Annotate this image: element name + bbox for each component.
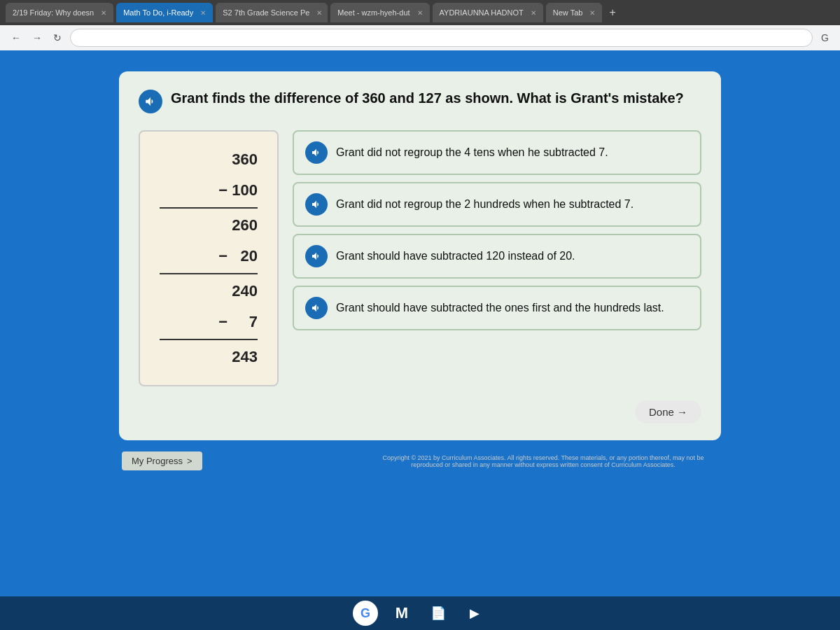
- address-bar[interactable]: [70, 29, 813, 47]
- speaker-icon: [144, 95, 157, 108]
- option-a-button[interactable]: Grant did not regroup the 4 tens when he…: [293, 130, 701, 175]
- gmail-taskbar-icon[interactable]: M: [389, 601, 414, 626]
- option-d-speaker-button[interactable]: [305, 297, 328, 319]
- tab-science[interactable]: S2 7th Grade Science Pe ✕: [216, 3, 328, 22]
- option-a-speaker-button[interactable]: [305, 141, 328, 164]
- option-c-speaker-button[interactable]: [305, 245, 328, 267]
- tab-close-icon[interactable]: ✕: [589, 9, 595, 17]
- option-d-button[interactable]: Grant should have subtracted the ones fi…: [293, 286, 701, 330]
- question-speaker-button[interactable]: [139, 90, 162, 113]
- footer-area: My Progress > Copyright © 2021 by Curric…: [119, 451, 721, 470]
- option-b-speaker-button[interactable]: [305, 193, 328, 216]
- math-work-box: 360 − 100 260 − 20 240 − 7 243: [139, 130, 279, 386]
- tab-label: 2/19 Friday: Why doesn: [13, 8, 94, 17]
- speaker-icon: [311, 147, 322, 158]
- done-area: Done →: [139, 400, 701, 424]
- question-card: Grant finds the difference of 360 and 12…: [119, 71, 721, 440]
- tab-label: Math To Do, i-Ready: [123, 8, 193, 17]
- browser-tabs-bar: 2/19 Friday: Why doesn ✕ Math To Do, i-R…: [0, 0, 840, 25]
- tab-close-icon[interactable]: ✕: [200, 9, 206, 17]
- tab-math[interactable]: Math To Do, i-Ready ✕: [116, 3, 213, 22]
- my-progress-button[interactable]: My Progress >: [122, 451, 202, 470]
- tab-aydriaunna[interactable]: AYDRIAUNNA HADNOT ✕: [433, 3, 543, 22]
- option-c-button[interactable]: Grant should have subtracted 120 instead…: [293, 234, 701, 279]
- math-line-243: 243: [160, 342, 258, 372]
- math-line-20: − 20: [160, 241, 258, 274]
- option-b-button[interactable]: Grant did not regroup the 2 hundreds whe…: [293, 182, 701, 227]
- option-d-text: Grant should have subtracted the ones fi…: [336, 300, 664, 316]
- google-account-icon[interactable]: G: [818, 31, 832, 45]
- options-column: Grant did not regroup the 4 tens when he…: [293, 130, 701, 330]
- google-taskbar-icon[interactable]: G: [353, 601, 378, 626]
- refresh-button[interactable]: ↻: [50, 31, 64, 45]
- math-line-240: 240: [160, 276, 258, 307]
- tab-label: New Tab: [553, 8, 583, 17]
- option-a-text: Grant did not regroup the 4 tens when he…: [336, 145, 608, 160]
- tab-close-icon[interactable]: ✕: [417, 9, 423, 17]
- tab-close-icon[interactable]: ✕: [101, 9, 106, 17]
- tab-close-icon[interactable]: ✕: [316, 9, 322, 17]
- address-bar-row: ← → ↻ G: [0, 25, 840, 50]
- taskbar: G M 📄 ▶: [0, 596, 840, 630]
- play-taskbar-icon[interactable]: ▶: [462, 601, 487, 626]
- option-b-text: Grant did not regroup the 2 hundreds whe…: [336, 197, 634, 212]
- math-line-7: − 7: [160, 307, 258, 340]
- tab-friday[interactable]: 2/19 Friday: Why doesn ✕: [6, 3, 113, 22]
- forward-button[interactable]: →: [29, 31, 45, 45]
- math-line-360: 360: [160, 144, 258, 175]
- question-header: Grant finds the difference of 360 and 12…: [139, 88, 701, 113]
- content-row: 360 − 100 260 − 20 240 − 7 243: [139, 130, 701, 386]
- tab-label: Meet - wzm-hyeh-dut: [337, 8, 410, 17]
- tab-close-icon[interactable]: ✕: [531, 9, 536, 17]
- speaker-icon: [311, 199, 322, 210]
- copyright-text: Copyright © 2021 by Curriculum Associate…: [368, 454, 718, 468]
- my-progress-label: My Progress: [132, 456, 183, 466]
- tab-meet[interactable]: Meet - wzm-hyeh-dut ✕: [330, 3, 429, 22]
- back-button[interactable]: ←: [8, 31, 24, 45]
- speaker-icon: [311, 251, 322, 262]
- done-button[interactable]: Done →: [635, 400, 701, 424]
- new-tab-button[interactable]: +: [605, 6, 620, 19]
- tab-label: AYDRIAUNNA HADNOT: [440, 8, 524, 17]
- main-content: Grant finds the difference of 360 and 12…: [0, 50, 840, 630]
- tab-newtab[interactable]: New Tab ✕: [546, 3, 603, 22]
- question-text: Grant finds the difference of 360 and 12…: [171, 88, 684, 108]
- tab-label: S2 7th Grade Science Pe: [223, 8, 309, 17]
- chevron-right-icon: >: [187, 456, 192, 466]
- speaker-icon: [311, 302, 322, 314]
- option-c-text: Grant should have subtracted 120 instead…: [336, 248, 575, 264]
- math-line-260: 260: [160, 210, 258, 241]
- math-line-100: − 100: [160, 175, 258, 209]
- docs-taskbar-icon[interactable]: 📄: [426, 601, 451, 626]
